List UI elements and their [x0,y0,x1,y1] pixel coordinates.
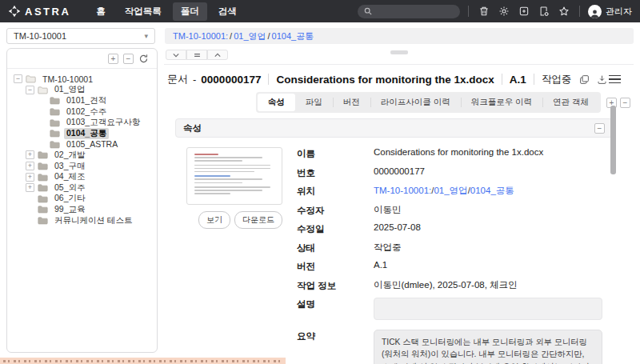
folder-icon [50,107,60,116]
menu-hamburger-icon[interactable] [609,75,621,84]
splitter-handle[interactable] [390,50,408,54]
tree-item[interactable]: − TM-10-10001 [9,74,155,85]
tab[interactable]: 속성 [258,94,295,111]
property-label: 수정자 [297,204,374,217]
tree-item-label[interactable]: 0104_공통 [64,128,109,139]
tree-item-label[interactable]: 01_영업 [52,84,88,95]
global-search[interactable] [358,5,460,18]
download-icon[interactable] [597,74,607,85]
tree-item-label[interactable]: 02_개발 [52,150,88,161]
tree-item[interactable]: + 04_제조 [9,171,155,182]
tab[interactable]: 워크플로우 이력 [461,94,542,111]
navbar-menu-item[interactable]: 폴더 [173,2,207,21]
breadcrumb-link[interactable]: 01_영업 [234,30,266,42]
workspace-select[interactable]: TM-10-10001 ▾ [6,28,155,44]
panel-toolbar [164,48,634,65]
navbar-menu-item[interactable]: 검색 [210,2,245,21]
collapse-section-icon[interactable]: − [594,123,605,134]
collapse-sections-icon[interactable]: − [620,98,630,108]
property-label: 버전 [297,260,374,273]
document-header: 문서 - 0000000177 Considerations for monit… [164,65,634,90]
tree-item-label[interactable]: 04_제조 [52,171,88,182]
location-link-segment[interactable]: 01_영업 [434,186,467,195]
folder-tree-panel: + − − TM-10-10001 − 01_영업 [6,48,158,353]
location-link[interactable]: TM-10-10001:/01_영업/0104_공통 [374,185,602,197]
tree-item-label[interactable]: 0105_ASTRA [64,139,120,149]
new-window-icon[interactable] [517,4,531,18]
property-row: 수정일 2025-07-08 [297,222,602,235]
navbar-menu-item[interactable]: 작업목록 [117,2,170,21]
tree-item-label[interactable]: TM-10-10001 [40,74,95,84]
tree-item[interactable]: − 01_영업 [9,85,155,96]
expand-all-icon[interactable]: + [108,54,118,64]
tree-item-label[interactable]: 05_외주 [52,182,88,194]
collapse-up-icon[interactable] [207,50,228,60]
tree-item[interactable]: 99_교육 [9,204,155,215]
divider [468,6,469,17]
tab[interactable]: 파일 [295,94,333,111]
breadcrumb-link[interactable]: 0104_공통 [272,30,314,42]
sub-header-row: TM-10-10001 ▾ TM-10-10001:/01_영업/0104_공통 [0,22,640,48]
divider [534,74,534,85]
refresh-icon[interactable] [138,54,149,64]
document-thumbnail[interactable] [186,147,282,205]
copy-icon[interactable] [579,74,590,85]
property-row: 위치 TM-10-10001:/01_영업/0104_공통 [297,185,602,198]
tree-item-label[interactable]: 03_구매 [52,161,88,172]
folder-icon [38,86,48,94]
tree-expander-icon[interactable]: + [26,162,34,170]
tree-item[interactable]: 0103_고객요구사항 [9,117,155,128]
trash-icon[interactable] [477,4,491,18]
vertical-scrollbar[interactable] [610,106,616,174]
tree-item-label[interactable]: 0101_견적 [64,95,109,106]
tree-item[interactable]: 0102_수주 [9,106,155,118]
tree-item-label[interactable]: 99_교육 [52,204,88,215]
tab[interactable]: 버전 [333,94,370,111]
split-equal-icon[interactable] [186,50,207,60]
tree-expander-icon[interactable]: + [26,150,34,159]
tree-item[interactable]: 0105_ASTRA [9,139,155,150]
properties-section: 속성 − 보기 다운로드 [175,118,613,364]
tree-item[interactable]: 06_기타 [9,194,155,205]
folder-icon [38,216,48,225]
property-row: 설명 [297,298,602,320]
settings-gear-icon[interactable] [497,4,511,18]
tree-expander-icon[interactable]: + [26,173,34,182]
tree-item[interactable]: + 05_외주 [9,182,155,194]
location-link-segment[interactable]: 0104_공통 [470,186,514,195]
document-settings-icon[interactable] [537,4,551,18]
link-preview-text [3,360,282,362]
search-input[interactable] [376,7,454,16]
collapse-all-icon[interactable]: − [123,54,134,64]
tree-item[interactable]: 0101_견적 [9,95,155,106]
collapse-down-icon[interactable] [166,50,186,60]
property-value: 이동민(dmlee), 2025-07-08, 체크인 [374,279,602,291]
tab[interactable]: 연관 객체 [542,94,599,111]
tree-expander-icon[interactable]: + [26,183,34,192]
tree-item[interactable]: 커뮤니케이션 테스트 [9,215,155,226]
brand-logo[interactable]: ASTRA [8,5,70,18]
tree-item-label[interactable]: 06_기타 [52,193,88,204]
document-number: 0000000177 [201,74,261,86]
tree-expander-icon[interactable]: − [14,74,22,83]
tree-item-label[interactable]: 0102_수주 [64,106,109,118]
user-menu[interactable]: 관리자 [588,5,632,18]
location-link-segment[interactable]: TM-10-10001: [374,186,431,195]
tree-expander-icon[interactable]: − [26,86,34,94]
breadcrumb-separator: / [268,31,270,41]
view-button[interactable]: 보기 [198,211,230,229]
preview-column: 보기 다운로드 [186,147,282,364]
navbar-menu-item[interactable]: 홈 [88,2,114,21]
tab[interactable]: 라이프사이클 이력 [370,94,461,111]
detail-tabs: 속성파일버전라이프사이클 이력워크플로우 이력연관 객체 [256,92,601,113]
tree-item[interactable]: + 03_구매 [9,161,155,172]
download-button[interactable]: 다운로드 [234,211,282,229]
breadcrumb-link[interactable]: TM-10-10001: [173,31,228,41]
tree-item-label[interactable]: 커뮤니케이션 테스트 [52,215,134,226]
favorites-star-icon[interactable] [557,4,571,18]
tree-toolbar: + − [7,49,157,69]
tree-item[interactable]: 0104_공통 [9,128,155,139]
workspace-select-value: TM-10-10001 [14,31,66,41]
tree-item[interactable]: + 02_개발 [9,150,155,161]
tree-item-label[interactable]: 0103_고객요구사항 [64,117,142,128]
